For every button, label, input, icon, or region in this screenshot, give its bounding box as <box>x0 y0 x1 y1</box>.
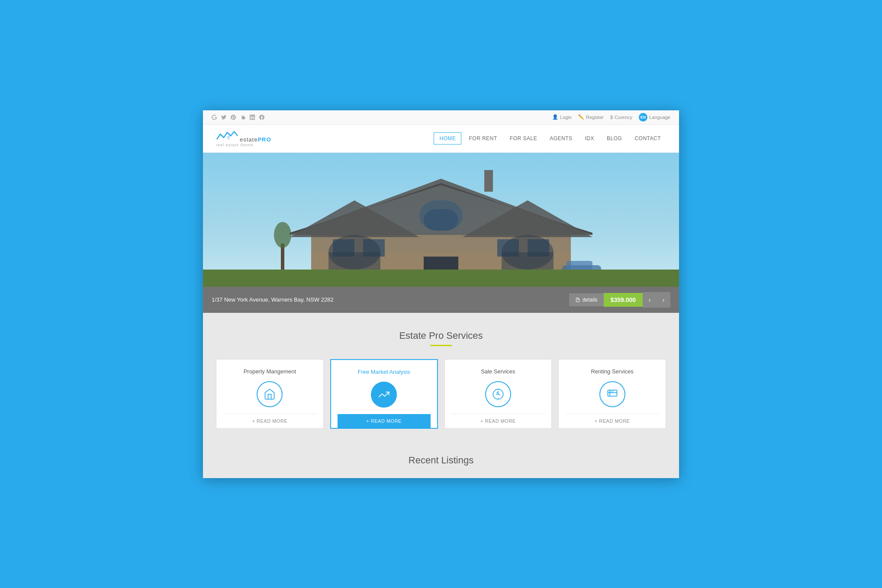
nav-idx[interactable]: IDX <box>580 133 600 144</box>
top-bar: 👤 Login ✏️ Register $ Curency EN Languag… <box>203 110 679 125</box>
hero-section: 1/37 New York Avenue, Warners Bay, NSW 2… <box>203 153 679 313</box>
nav-for-sale[interactable]: FOR SALE <box>505 133 542 144</box>
service-renting[interactable]: Renting Services + READ MORE <box>558 359 666 429</box>
service-icon-wrap-2: $ <box>451 381 545 407</box>
service-icon-wrap-3 <box>565 381 659 407</box>
language-item[interactable]: EN Language <box>639 113 670 122</box>
next-button[interactable]: › <box>657 292 670 308</box>
services-divider <box>430 345 452 346</box>
hero-actions: details $359.000 ‹ › <box>569 292 670 308</box>
social-pinterest[interactable] <box>231 115 236 120</box>
service-icon-0 <box>257 381 283 407</box>
ground <box>203 270 679 287</box>
language-badge: EN <box>639 113 647 122</box>
currency-item[interactable]: $ Curency <box>610 115 632 120</box>
svg-rect-35 <box>611 390 613 392</box>
social-google[interactable] <box>212 115 217 120</box>
login-item[interactable]: 👤 Login <box>552 114 572 120</box>
service-title-2: Sale Services <box>451 368 545 375</box>
svg-rect-18 <box>484 170 493 192</box>
dollar-icon: $ <box>610 115 613 120</box>
services-grid: Property Mangement + READ MORE Free Mark… <box>216 359 666 429</box>
logo[interactable]: estate PRO real estate theme <box>216 130 271 147</box>
hero-overlay: 1/37 New York Avenue, Warners Bay, NSW 2… <box>203 287 679 313</box>
hero-address: 1/37 New York Avenue, Warners Bay, NSW 2… <box>212 296 334 303</box>
browser-window: 👤 Login ✏️ Register $ Curency EN Languag… <box>203 110 679 478</box>
logo-subtitle: real estate theme <box>216 143 254 147</box>
service-read-more-0[interactable]: + READ MORE <box>223 414 317 428</box>
svg-point-20 <box>274 222 291 248</box>
logo-estate: estate <box>240 136 258 143</box>
service-title-1: Free Market Analysis <box>338 369 431 375</box>
logo-pro: PRO <box>258 136 271 143</box>
social-links <box>212 115 264 120</box>
social-facebook[interactable] <box>259 115 264 120</box>
recent-section: Recent Listings <box>203 446 679 478</box>
service-title-0: Property Mangement <box>223 368 317 375</box>
pencil-icon: ✏️ <box>578 114 584 120</box>
details-button[interactable]: details <box>569 293 604 306</box>
service-read-more-1[interactable]: + READ MORE <box>338 414 431 428</box>
service-icon-3 <box>599 381 625 407</box>
nav-agents[interactable]: AGENTS <box>544 133 577 144</box>
nav-contact[interactable]: CONTACT <box>629 133 666 144</box>
service-icon-1 <box>371 382 397 408</box>
social-linkedin[interactable] <box>250 115 255 120</box>
service-title-3: Renting Services <box>565 368 659 375</box>
service-market-analysis[interactable]: Free Market Analysis + READ MORE <box>330 359 438 429</box>
svg-text:$: $ <box>496 392 499 396</box>
nav-for-rent[interactable]: FOR RENT <box>464 133 502 144</box>
user-icon: 👤 <box>552 114 558 120</box>
service-property-management[interactable]: Property Mangement + READ MORE <box>216 359 324 429</box>
svg-rect-8 <box>424 209 458 231</box>
prev-button[interactable]: ‹ <box>643 292 657 308</box>
svg-rect-0 <box>227 136 230 139</box>
service-read-more-3[interactable]: + READ MORE <box>565 414 659 428</box>
main-nav: HOME FOR RENT FOR SALE AGENTS IDX BLOG C… <box>434 132 666 145</box>
social-twitter[interactable] <box>221 115 226 120</box>
social-skype[interactable] <box>240 115 245 120</box>
services-title: Estate Pro Services <box>216 330 666 341</box>
service-icon-wrap-1 <box>338 382 431 408</box>
svg-rect-25 <box>567 261 592 270</box>
service-icon-wrap-0 <box>223 381 317 407</box>
nav-blog[interactable]: BLOG <box>602 133 627 144</box>
recent-title: Recent Listings <box>216 455 666 466</box>
hero-house <box>268 166 614 287</box>
header: estate PRO real estate theme HOME FOR RE… <box>203 125 679 153</box>
service-read-more-2[interactable]: + READ MORE <box>451 414 545 428</box>
top-bar-right: 👤 Login ✏️ Register $ Curency EN Languag… <box>552 113 670 122</box>
logo-icon: estate PRO <box>216 130 271 143</box>
service-sale[interactable]: Sale Services $ + READ MORE <box>444 359 552 429</box>
register-item[interactable]: ✏️ Register <box>578 114 604 120</box>
service-icon-2: $ <box>485 381 511 407</box>
services-section: Estate Pro Services Property Mangement +… <box>203 313 679 446</box>
price-button[interactable]: $359.000 <box>604 293 643 307</box>
nav-home[interactable]: HOME <box>434 132 461 145</box>
